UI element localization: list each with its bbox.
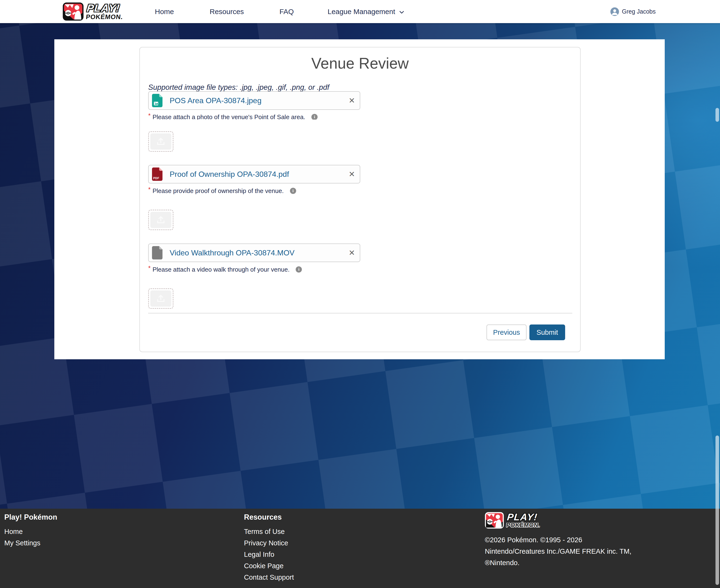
footer-link-my-settings[interactable]: My Settings <box>4 540 57 546</box>
nav-item-league-label: League Management <box>327 8 395 16</box>
top-navbar: PLAY! POKÉMON. Home Resources FAQ League… <box>0 0 720 23</box>
copyright-line: ©2026 Pokémon. ©1995 - 2026 <box>485 534 631 546</box>
page-footer: Play! Pokémon Home My Settings Resources… <box>0 509 720 588</box>
footer-column-resources: Resources Terms of Use Privacy Notice Le… <box>244 513 294 581</box>
chevron-down-icon <box>399 9 405 15</box>
required-mark: * <box>148 113 151 119</box>
caption-text: Please provide proof of ownership of the… <box>152 187 284 195</box>
footer-heading-site: Play! Pokémon <box>4 513 57 522</box>
footer-column-legal: PLAY! POKÉMON. ©2026 Pokémon. ©1995 - 20… <box>485 511 631 568</box>
upload-icon <box>156 137 165 146</box>
remove-file-button[interactable]: ✕ <box>348 97 355 104</box>
file-link[interactable]: POS Area OPA-30874.jpeg <box>170 96 261 105</box>
page-title: Venue Review <box>140 55 580 72</box>
play-pokemon-badge-icon <box>485 512 504 529</box>
user-name: Greg Jacobs <box>622 8 656 15</box>
info-icon[interactable]: i <box>296 266 302 273</box>
info-icon[interactable]: i <box>290 188 296 194</box>
remove-file-button[interactable]: ✕ <box>348 249 355 257</box>
caption-proof-of-ownership: * Please provide proof of ownership of t… <box>148 187 296 195</box>
info-icon[interactable]: i <box>311 114 318 120</box>
nav-item-home[interactable]: Home <box>155 0 174 23</box>
required-mark: * <box>148 265 151 271</box>
caption-pos-area: * Please attach a photo of the venue's P… <box>148 113 318 120</box>
footer-brand-logo: PLAY! POKÉMON. <box>485 511 631 529</box>
attachment-pos-area: POS Area OPA-30874.jpeg ✕ <box>148 91 360 110</box>
footer-column-site: Play! Pokémon Home My Settings <box>4 513 57 546</box>
attachment-video-walkthrough: Video Walkthrough OPA-30874.MOV ✕ <box>148 244 360 262</box>
footer-heading-resources: Resources <box>244 513 294 522</box>
generic-file-icon <box>152 246 163 259</box>
copyright-line: Nintendo/Creatures Inc./GAME FREAK inc. … <box>485 546 631 557</box>
brand-pokemon-text: POKÉMON. <box>86 14 123 20</box>
brand-logo[interactable]: PLAY! POKÉMON. <box>63 2 123 21</box>
caption-text: Please attach a photo of the venue's Poi… <box>152 113 305 120</box>
form-divider <box>148 313 572 314</box>
caption-text: Please attach a video walk through of yo… <box>152 266 290 273</box>
footer-brand-wordmark: PLAY! POKÉMON. <box>506 512 542 528</box>
form-actions: Previous Submit <box>487 324 565 340</box>
upload-icon <box>156 294 165 303</box>
upload-dropzone-proof-of-ownership[interactable] <box>148 210 173 230</box>
user-menu[interactable]: Greg Jacobs <box>610 0 656 23</box>
previous-button[interactable]: Previous <box>487 324 527 340</box>
pdf-icon-label: PDF <box>153 176 160 180</box>
brand-play-text: PLAY! <box>86 3 124 13</box>
play-pokemon-badge-icon <box>63 2 84 21</box>
nav-item-league-management[interactable]: League Management <box>327 0 405 23</box>
footer-link-cookie-page[interactable]: Cookie Page <box>244 563 294 569</box>
copyright-line: ®Nintendo. <box>485 557 631 568</box>
avatar-icon <box>610 7 619 16</box>
footer-link-terms-of-use[interactable]: Terms of Use <box>244 528 294 535</box>
upload-dropzone-video-walkthrough[interactable] <box>148 288 173 309</box>
nav-item-faq[interactable]: FAQ <box>279 0 294 23</box>
brand-wordmark: PLAY! POKÉMON. <box>86 3 124 20</box>
attachment-proof-of-ownership: PDF Proof of Ownership OPA-30874.pdf ✕ <box>148 165 360 184</box>
pdf-file-icon: PDF <box>152 167 163 181</box>
file-link[interactable]: Proof of Ownership OPA-30874.pdf <box>170 170 289 179</box>
scrollbar-thumb[interactable] <box>716 436 719 585</box>
footer-link-privacy-notice[interactable]: Privacy Notice <box>244 540 294 546</box>
copyright-text: ©2026 Pokémon. ©1995 - 2026 Nintendo/Cre… <box>485 534 631 568</box>
image-file-icon <box>152 94 163 107</box>
upload-icon <box>156 215 165 225</box>
scrollbar-thumb-small[interactable] <box>716 108 719 122</box>
content-panel: Venue Review Supported image file types:… <box>54 39 665 359</box>
footer-link-contact-support[interactable]: Contact Support <box>244 574 294 581</box>
footer-brand-play-text: PLAY! <box>507 512 542 522</box>
upload-dropzone-pos-area[interactable] <box>148 131 173 152</box>
footer-brand-pokemon-text: POKÉMON. <box>506 522 541 528</box>
required-mark: * <box>148 186 151 192</box>
checkered-background: Venue Review Supported image file types:… <box>0 23 720 509</box>
remove-file-button[interactable]: ✕ <box>348 170 355 178</box>
venue-review-card: Venue Review Supported image file types:… <box>140 47 580 352</box>
footer-link-home[interactable]: Home <box>4 528 57 535</box>
supported-types-note: Supported image file types: .jpg, .jpeg,… <box>148 83 329 92</box>
submit-button[interactable]: Submit <box>529 324 565 340</box>
footer-link-legal-info[interactable]: Legal Info <box>244 551 294 558</box>
nav-item-resources[interactable]: Resources <box>210 0 244 23</box>
caption-video-walkthrough: * Please attach a video walk through of … <box>148 266 302 273</box>
file-link[interactable]: Video Walkthrough OPA-30874.MOV <box>170 249 295 257</box>
